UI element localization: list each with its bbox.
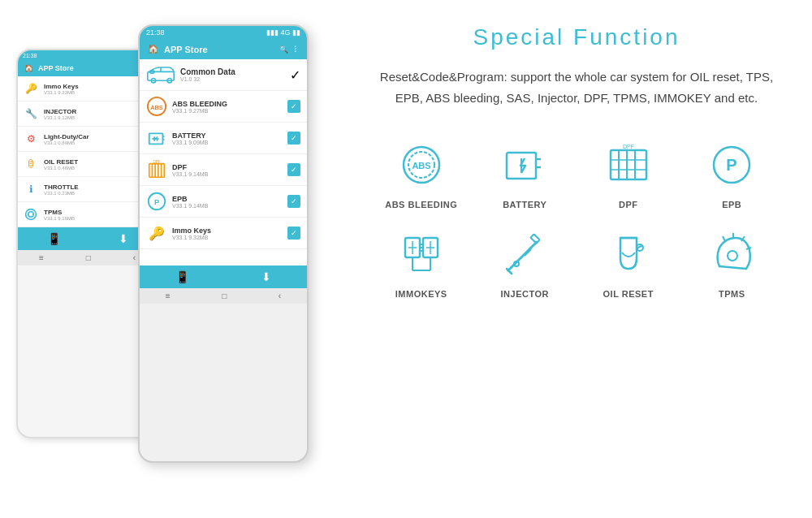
item-ver: V33.1 9.32MB — [172, 235, 283, 240]
svg-text:ABS: ABS — [150, 104, 163, 111]
fg-menu-icon[interactable]: ⋮ — [292, 45, 299, 54]
item-icon — [23, 206, 39, 222]
tpms-feature-icon — [707, 230, 756, 278]
list-item[interactable]: 🔑 Immo Keys V33.1 9.32MB ✓ — [140, 218, 307, 249]
nav-apps-icon[interactable]: 📱 — [47, 232, 61, 245]
svg-point-1 — [28, 212, 33, 217]
list-item[interactable]: TPMS V33.1 9.16MB — [18, 202, 157, 227]
epb-feature-icon: P — [707, 140, 756, 189]
fg-nav-home[interactable]: □ — [222, 291, 227, 300]
list-item[interactable]: 🛢 OIL RESET V33.1 0.46MB — [18, 152, 157, 177]
battery-icon — [146, 127, 167, 149]
fg-store-icon: 🏠 — [148, 44, 159, 54]
fg-signal: ▮▮▮ 4G ▮▮ — [266, 28, 300, 37]
svg-text:ABS: ABS — [412, 161, 430, 171]
injector-icon-container — [496, 226, 553, 283]
item-ver: V33.1 9.22MB — [44, 90, 152, 95]
item-info: TPMS V33.1 9.16MB — [44, 209, 152, 221]
oilreset-label: OIL RESET — [603, 289, 654, 299]
list-item[interactable]: ⚙ Light-Duty/Car V33.1 0.89MB — [18, 127, 157, 152]
svg-line-58 — [723, 236, 725, 241]
battery-icon-container — [496, 136, 553, 193]
nav-back-icon[interactable]: ‹ — [133, 253, 136, 262]
tpms-icon-container — [703, 226, 760, 283]
item-info: DPF V33.1 9.14MB — [172, 163, 283, 177]
oilreset-icon-container — [600, 226, 657, 283]
item-name: THROTTLE — [44, 183, 152, 191]
feature-oilreset: OIL RESET — [581, 226, 676, 299]
feature-immokeys: IMMOKEYS — [374, 226, 469, 299]
tpms-label: TPMS — [719, 289, 745, 299]
item-ver: V33.1 9.27MB — [172, 108, 283, 114]
bg-nav-bar: ≡ □ ‹ — [18, 250, 157, 265]
item-name: TPMS — [44, 209, 152, 216]
fg-search-icon[interactable]: 🔍 — [279, 45, 288, 54]
epb-icon-container: P — [703, 136, 760, 193]
item-check[interactable]: ✓ — [287, 195, 300, 208]
oilreset-feature-icon — [604, 230, 653, 278]
list-item[interactable]: BATTERY V33.1 9.09MB ✓ — [140, 123, 307, 154]
fg-nav-download[interactable]: ⬇ — [261, 270, 271, 283]
fg-header-icons: 🔍 ⋮ — [279, 45, 299, 54]
list-item[interactable]: ABS ABS BLEEDING V33.1 9.27MB ✓ — [140, 91, 307, 123]
item-info: OIL RESET V33.1 0.46MB — [44, 158, 152, 171]
dpf-label: DPF — [619, 200, 638, 209]
item-ver: V33.1 9.14MB — [172, 171, 283, 177]
common-data-name: Common Data — [180, 67, 285, 76]
fg-nav-apps[interactable]: 📱 — [175, 270, 189, 283]
common-data-icon — [146, 64, 175, 85]
dpf-feature-icon: DPF — [604, 140, 653, 189]
bg-header: 🏠 APP Store 🔍 — [18, 60, 157, 76]
fg-time: 21:38 — [146, 28, 165, 37]
abs-label: ABS BLEEDING — [385, 200, 457, 209]
battery-label: BATTERY — [503, 200, 546, 209]
feature-injector: INJECTOR — [477, 226, 573, 299]
list-item[interactable]: ℹ THROTTLE V33.1 0.23MB — [18, 177, 157, 202]
bg-header-title: APP Store — [38, 64, 74, 72]
right-panel: Special Function Reset&Code&Program: sup… — [341, 0, 812, 518]
svg-text:DPF: DPF — [623, 144, 634, 149]
item-name: EPB — [172, 195, 283, 203]
item-ver: V33.1 9.12MB — [44, 115, 152, 120]
description: Reset&Code&Program: support the whole ca… — [374, 67, 780, 108]
item-icon: 🔧 — [23, 106, 39, 122]
nav-menu-icon[interactable]: ≡ — [39, 253, 44, 262]
item-check[interactable]: ✓ — [287, 100, 300, 113]
item-check[interactable]: ✓ — [287, 163, 300, 176]
item-check[interactable]: ✓ — [287, 227, 300, 240]
item-name: ABS BLEEDING — [172, 100, 283, 108]
item-name: INJECTOR — [44, 108, 152, 115]
item-icon: 🛢 — [23, 156, 39, 172]
common-data-ver: V1.0 32 — [180, 76, 285, 82]
item-info: Light-Duty/Car V33.1 0.89MB — [44, 133, 152, 145]
item-icon: 🔑 — [23, 80, 39, 97]
svg-rect-52 — [531, 234, 540, 243]
svg-point-62 — [728, 251, 737, 261]
dpf-icon: DPF — [146, 159, 167, 180]
fg-nav-back[interactable]: ‹ — [279, 291, 281, 300]
list-item[interactable]: DPF DPF V33.1 9.14MB ✓ — [140, 154, 307, 186]
immokeys-feature-icon — [397, 230, 446, 278]
nav-home-icon[interactable]: □ — [86, 253, 91, 262]
common-data-check[interactable]: ✓ — [290, 67, 300, 83]
nav-download-icon[interactable]: ⬇ — [119, 232, 128, 245]
item-info: EPB V33.1 9.14MB — [172, 195, 283, 209]
fg-bottom-nav: 📱 ⬇ — [140, 265, 307, 288]
bg-store-icon: 🏠 — [24, 64, 33, 72]
injector-feature-icon — [500, 230, 549, 278]
item-info: THROTTLE V33.1 0.23MB — [44, 183, 152, 196]
fg-nav-menu[interactable]: ≡ — [166, 291, 171, 300]
item-info: ABS BLEEDING V33.1 9.27MB — [172, 100, 283, 114]
item-name: Light-Duty/Car — [44, 133, 152, 140]
fg-header: 🏠 APP Store 🔍 ⋮ — [140, 39, 307, 59]
item-name: Immo Keys — [44, 83, 152, 90]
list-item[interactable]: P EPB V33.1 9.14MB ✓ — [140, 186, 307, 218]
item-ver: V33.1 0.89MB — [44, 140, 152, 145]
list-item[interactable]: 🔧 INJECTOR V33.1 9.12MB — [18, 101, 157, 127]
svg-rect-30 — [611, 150, 646, 179]
common-data-item[interactable]: Common Data V1.0 32 ✓ — [140, 59, 307, 91]
item-check[interactable]: ✓ — [287, 132, 300, 145]
list-item[interactable]: 🔑 Immo Keys V33.1 9.22MB — [18, 76, 157, 101]
dpf-icon-container: DPF — [600, 136, 657, 193]
bg-status-bar: 21:38 4G ▮ — [18, 50, 157, 60]
